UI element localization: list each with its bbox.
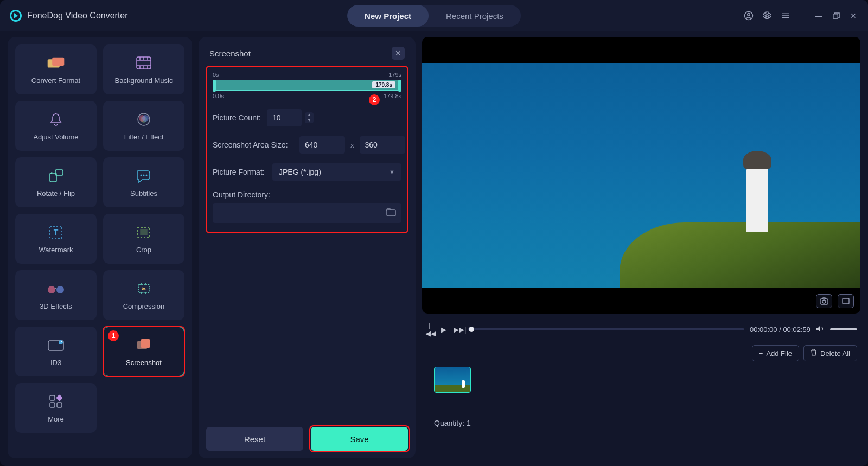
plus-icon: + [759,349,763,358]
picture-count-stepper[interactable]: ▲▼ [305,112,314,123]
settings-icon[interactable] [762,10,773,21]
tool-filter-effect[interactable]: Filter / Effect [103,101,184,151]
tool-id3[interactable]: ID3 [15,327,97,376]
titlebar: FoneDog Video Converter New Project Rece… [0,0,868,31]
svg-rect-39 [141,339,150,348]
preview-area: |◀◀ ▶ ▶▶| 00:00:00 / 00:02:59 +Add File … [422,37,860,458]
volume-slider[interactable] [830,328,857,330]
timeline-bottom-right: 179.8s [384,93,401,99]
output-directory-input[interactable] [213,203,401,223]
quantity-label: Quantity: 1 [434,419,471,427]
svg-rect-43 [57,403,62,407]
tool-label: ID3 [50,359,61,367]
file-thumbnail[interactable] [434,367,471,393]
app-window: FoneDog Video Converter New Project Rece… [0,0,868,466]
folder-icon[interactable] [386,208,396,219]
panel-close-button[interactable]: ✕ [392,47,405,60]
glasses-icon [47,280,65,297]
timeline-end-label: 179s [388,72,401,78]
area-height-input[interactable] [360,136,405,154]
callout-box-2: 2 0s 179s 179.8s 0.0s 1 [206,66,408,233]
svg-point-22 [142,115,149,122]
compress-icon [135,280,153,297]
svg-rect-8 [52,57,64,65]
film-icon [135,55,153,71]
progress-thumb[interactable] [469,327,474,332]
prev-button[interactable]: |◀◀ [425,321,434,337]
add-file-button[interactable]: +Add File [752,345,799,361]
tool-label: 3D Effects [40,302,72,310]
svg-point-33 [56,286,64,293]
volume-icon[interactable] [816,325,825,334]
maximize-button[interactable] [831,11,841,21]
tool-rotate-flip[interactable]: Rotate / Flip [15,157,97,207]
picture-format-select[interactable]: JPEG (*.jpg) ▼ [272,163,401,181]
minimize-button[interactable]: — [814,11,824,21]
titlebar-right: — ✕ [743,10,858,21]
tool-subtitles[interactable]: Subtitles [103,157,184,207]
tools-sidebar: Convert Format Background Music Adjust V… [8,37,192,458]
svg-rect-31 [141,229,147,235]
picture-format-label: Picture Format: [213,168,267,176]
tab-recent-projects[interactable]: Recent Projects [429,5,521,27]
text-icon: T [47,224,65,240]
svg-rect-40 [50,395,55,400]
progress-bar[interactable] [468,328,744,330]
area-size-label: Screenshot Area Size: [213,141,294,149]
tool-label: Background Music [115,76,173,85]
tool-more[interactable]: More [15,383,97,433]
output-directory-row: Output Directory: [213,190,401,223]
picture-count-input[interactable] [267,109,302,126]
area-width-input[interactable] [299,136,345,154]
stepper-down-icon[interactable]: ▼ [305,118,314,123]
reset-button[interactable]: Reset [206,427,303,451]
picture-format-value: JPEG (*.jpg) [279,168,321,176]
picture-format-row: Picture Format: JPEG (*.jpg) ▼ [213,163,401,181]
save-button[interactable]: Save [311,427,408,451]
tool-crop[interactable]: Crop [103,214,184,264]
snapshot-button[interactable] [816,294,832,308]
tool-compression[interactable]: Compression [103,270,184,320]
svg-rect-47 [843,298,849,304]
svg-rect-42 [50,403,55,407]
picture-count-label: Picture Count: [213,113,261,122]
tool-label: Crop [136,246,151,254]
add-file-label: Add File [766,349,792,358]
svg-point-1 [748,14,750,16]
video-preview [422,37,860,314]
screenshot-icon [135,337,153,353]
svg-text:T: T [54,228,59,237]
account-icon[interactable] [743,10,754,21]
stepper-up-icon[interactable]: ▲ [305,112,314,118]
timeline-bar[interactable]: 179.8s [213,80,401,91]
play-button[interactable]: ▶ [439,325,448,334]
settings-title: Screenshot [209,49,251,58]
tool-screenshot[interactable]: 1 Screenshot [103,327,184,376]
menu-icon[interactable] [780,10,791,21]
svg-point-27 [146,174,148,176]
timeline-handle-left[interactable] [213,80,216,92]
tool-background-music[interactable]: Background Music [103,44,184,94]
settings-body: 2 0s 179s 179.8s 0.0s 1 [199,66,416,419]
svg-rect-6 [833,14,837,18]
delete-all-button[interactable]: Delete All [803,345,857,361]
next-button[interactable]: ▶▶| [454,325,462,334]
tab-new-project[interactable]: New Project [347,5,429,27]
app-logo-icon [10,10,22,22]
video-frame [422,37,860,314]
fullscreen-button[interactable] [838,294,854,308]
timeline-start-label: 0s [213,72,219,78]
svg-rect-44 [387,210,395,216]
aperture-icon [135,111,153,127]
svg-point-32 [48,286,55,293]
tool-label: Convert Format [31,76,80,85]
tool-3d-effects[interactable]: 3D Effects [15,270,97,320]
grid-icon [47,393,65,410]
tool-convert-format[interactable]: Convert Format [15,44,97,94]
close-button[interactable]: ✕ [848,11,858,21]
tool-watermark[interactable]: T Watermark [15,214,97,264]
tool-adjust-volume[interactable]: Adjust Volume [15,101,97,151]
timeline-handle-right[interactable] [398,80,401,92]
area-size-row: Screenshot Area Size: x [213,136,401,154]
crop-icon [135,224,153,240]
